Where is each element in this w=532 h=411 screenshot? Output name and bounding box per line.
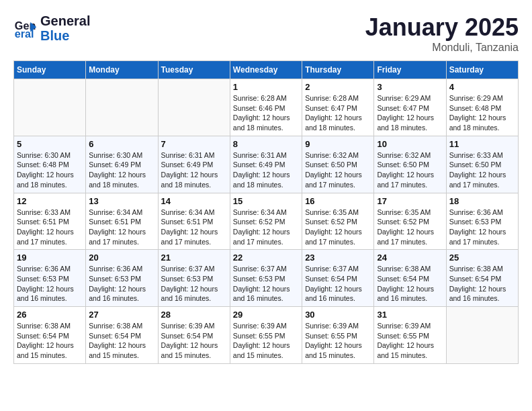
day-info: Sunrise: 6:38 AM Sunset: 6:54 PM Dayligh…	[377, 264, 443, 304]
weekday-header-wednesday: Wednesday	[230, 61, 302, 79]
week-row-5: 26Sunrise: 6:38 AM Sunset: 6:54 PM Dayli…	[14, 307, 519, 364]
calendar-cell: 8Sunrise: 6:31 AM Sunset: 6:49 PM Daylig…	[230, 136, 302, 193]
calendar-cell	[86, 79, 158, 136]
day-info: Sunrise: 6:39 AM Sunset: 6:55 PM Dayligh…	[233, 321, 299, 361]
calendar-cell: 13Sunrise: 6:34 AM Sunset: 6:51 PM Dayli…	[86, 193, 158, 250]
weekday-header-friday: Friday	[374, 61, 446, 79]
day-number: 5	[17, 139, 83, 149]
day-number: 23	[305, 253, 371, 263]
day-info: Sunrise: 6:36 AM Sunset: 6:53 PM Dayligh…	[449, 208, 515, 247]
day-number: 14	[161, 196, 227, 206]
day-info: Sunrise: 6:33 AM Sunset: 6:50 PM Dayligh…	[449, 150, 515, 190]
location: Monduli, Tanzania	[365, 42, 519, 54]
logo-text-line1: General	[40, 13, 90, 28]
day-number: 28	[161, 310, 227, 320]
day-info: Sunrise: 6:35 AM Sunset: 6:52 PM Dayligh…	[377, 208, 443, 247]
day-info: Sunrise: 6:28 AM Sunset: 6:47 PM Dayligh…	[305, 93, 371, 133]
calendar-cell: 16Sunrise: 6:35 AM Sunset: 6:52 PM Dayli…	[302, 193, 374, 250]
day-number: 8	[233, 139, 299, 149]
day-info: Sunrise: 6:31 AM Sunset: 6:49 PM Dayligh…	[161, 150, 227, 190]
day-number: 24	[377, 253, 443, 263]
calendar-cell	[158, 79, 230, 136]
logo-icon: Gen eral	[13, 16, 38, 40]
calendar-cell: 30Sunrise: 6:39 AM Sunset: 6:55 PM Dayli…	[302, 307, 374, 364]
calendar-cell: 27Sunrise: 6:38 AM Sunset: 6:54 PM Dayli…	[86, 307, 158, 364]
day-info: Sunrise: 6:37 AM Sunset: 6:53 PM Dayligh…	[233, 264, 299, 304]
page-header: Gen eral General Blue January 2025 Mondu…	[13, 13, 519, 54]
day-info: Sunrise: 6:32 AM Sunset: 6:50 PM Dayligh…	[305, 150, 371, 190]
calendar-cell: 20Sunrise: 6:36 AM Sunset: 6:53 PM Dayli…	[86, 250, 158, 307]
day-info: Sunrise: 6:34 AM Sunset: 6:51 PM Dayligh…	[89, 208, 154, 247]
calendar-cell: 29Sunrise: 6:39 AM Sunset: 6:55 PM Dayli…	[230, 307, 302, 364]
logo-text-line2: Blue	[40, 28, 90, 43]
day-info: Sunrise: 6:31 AM Sunset: 6:49 PM Dayligh…	[233, 150, 299, 190]
day-info: Sunrise: 6:36 AM Sunset: 6:53 PM Dayligh…	[89, 264, 154, 304]
calendar-cell: 21Sunrise: 6:37 AM Sunset: 6:53 PM Dayli…	[158, 250, 230, 307]
calendar-cell: 1Sunrise: 6:28 AM Sunset: 6:46 PM Daylig…	[230, 79, 302, 136]
week-row-1: 1Sunrise: 6:28 AM Sunset: 6:46 PM Daylig…	[14, 79, 519, 136]
day-info: Sunrise: 6:34 AM Sunset: 6:51 PM Dayligh…	[161, 208, 227, 247]
calendar-cell: 18Sunrise: 6:36 AM Sunset: 6:53 PM Dayli…	[446, 193, 518, 250]
title-block: January 2025 Monduli, Tanzania	[365, 13, 519, 54]
day-number: 1	[233, 82, 299, 92]
calendar-cell: 3Sunrise: 6:29 AM Sunset: 6:47 PM Daylig…	[374, 79, 446, 136]
calendar-cell: 7Sunrise: 6:31 AM Sunset: 6:49 PM Daylig…	[158, 136, 230, 193]
day-number: 26	[17, 310, 83, 320]
weekday-header-monday: Monday	[86, 61, 158, 79]
calendar-cell: 15Sunrise: 6:34 AM Sunset: 6:52 PM Dayli…	[230, 193, 302, 250]
weekday-header-thursday: Thursday	[302, 61, 374, 79]
day-number: 12	[17, 196, 83, 206]
calendar-cell: 23Sunrise: 6:37 AM Sunset: 6:54 PM Dayli…	[302, 250, 374, 307]
calendar-cell: 6Sunrise: 6:30 AM Sunset: 6:49 PM Daylig…	[86, 136, 158, 193]
day-info: Sunrise: 6:33 AM Sunset: 6:51 PM Dayligh…	[17, 208, 83, 247]
day-info: Sunrise: 6:34 AM Sunset: 6:52 PM Dayligh…	[233, 208, 299, 247]
calendar-cell: 22Sunrise: 6:37 AM Sunset: 6:53 PM Dayli…	[230, 250, 302, 307]
day-info: Sunrise: 6:28 AM Sunset: 6:46 PM Dayligh…	[233, 93, 299, 133]
calendar-cell: 12Sunrise: 6:33 AM Sunset: 6:51 PM Dayli…	[14, 193, 86, 250]
day-number: 3	[377, 82, 443, 92]
week-row-3: 12Sunrise: 6:33 AM Sunset: 6:51 PM Dayli…	[14, 193, 519, 250]
weekday-header-sunday: Sunday	[14, 61, 86, 79]
day-info: Sunrise: 6:32 AM Sunset: 6:50 PM Dayligh…	[377, 150, 443, 190]
day-info: Sunrise: 6:36 AM Sunset: 6:53 PM Dayligh…	[17, 264, 83, 304]
calendar-cell: 5Sunrise: 6:30 AM Sunset: 6:48 PM Daylig…	[14, 136, 86, 193]
calendar-cell: 25Sunrise: 6:38 AM Sunset: 6:54 PM Dayli…	[446, 250, 518, 307]
day-number: 29	[233, 310, 299, 320]
day-number: 7	[161, 139, 227, 149]
day-info: Sunrise: 6:39 AM Sunset: 6:55 PM Dayligh…	[377, 321, 443, 361]
day-info: Sunrise: 6:37 AM Sunset: 6:54 PM Dayligh…	[305, 264, 371, 304]
day-number: 16	[305, 196, 371, 206]
day-number: 4	[449, 82, 515, 92]
day-info: Sunrise: 6:39 AM Sunset: 6:54 PM Dayligh…	[161, 321, 227, 361]
day-info: Sunrise: 6:30 AM Sunset: 6:48 PM Dayligh…	[17, 150, 83, 190]
calendar-cell: 24Sunrise: 6:38 AM Sunset: 6:54 PM Dayli…	[374, 250, 446, 307]
day-number: 6	[89, 139, 154, 149]
day-number: 19	[17, 253, 83, 263]
weekday-header-row: SundayMondayTuesdayWednesdayThursdayFrid…	[14, 61, 519, 79]
day-number: 21	[161, 253, 227, 263]
calendar-cell: 19Sunrise: 6:36 AM Sunset: 6:53 PM Dayli…	[14, 250, 86, 307]
day-number: 15	[233, 196, 299, 206]
calendar-cell: 4Sunrise: 6:29 AM Sunset: 6:48 PM Daylig…	[446, 79, 518, 136]
calendar-cell: 2Sunrise: 6:28 AM Sunset: 6:47 PM Daylig…	[302, 79, 374, 136]
day-number: 22	[233, 253, 299, 263]
day-info: Sunrise: 6:38 AM Sunset: 6:54 PM Dayligh…	[17, 321, 83, 361]
day-number: 25	[449, 253, 515, 263]
month-title: January 2025	[365, 13, 519, 42]
calendar-cell: 31Sunrise: 6:39 AM Sunset: 6:55 PM Dayli…	[374, 307, 446, 364]
day-number: 17	[377, 196, 443, 206]
day-number: 31	[377, 310, 443, 320]
week-row-4: 19Sunrise: 6:36 AM Sunset: 6:53 PM Dayli…	[14, 250, 519, 307]
day-number: 10	[377, 139, 443, 149]
week-row-2: 5Sunrise: 6:30 AM Sunset: 6:48 PM Daylig…	[14, 136, 519, 193]
calendar-cell: 14Sunrise: 6:34 AM Sunset: 6:51 PM Dayli…	[158, 193, 230, 250]
day-number: 13	[89, 196, 154, 206]
calendar-cell: 9Sunrise: 6:32 AM Sunset: 6:50 PM Daylig…	[302, 136, 374, 193]
day-number: 2	[305, 82, 371, 92]
day-number: 30	[305, 310, 371, 320]
day-number: 11	[449, 139, 515, 149]
calendar-cell: 10Sunrise: 6:32 AM Sunset: 6:50 PM Dayli…	[374, 136, 446, 193]
day-info: Sunrise: 6:35 AM Sunset: 6:52 PM Dayligh…	[305, 208, 371, 247]
day-number: 20	[89, 253, 154, 263]
day-info: Sunrise: 6:29 AM Sunset: 6:48 PM Dayligh…	[449, 93, 515, 133]
